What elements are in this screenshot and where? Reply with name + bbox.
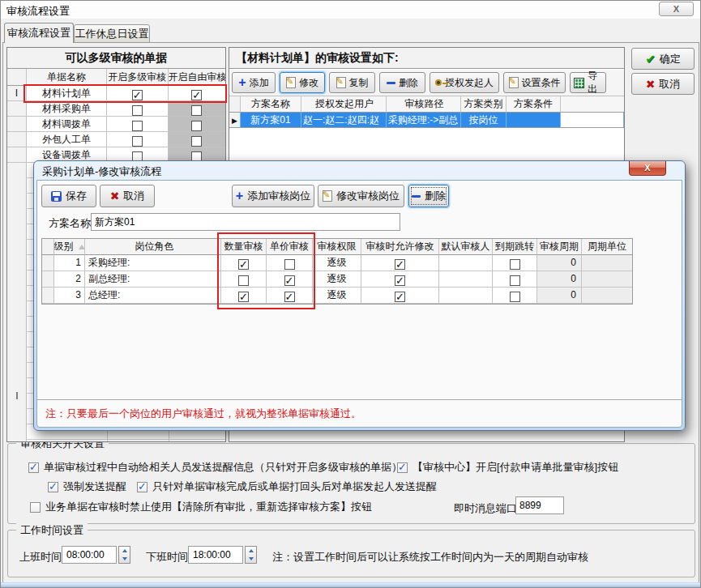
allow-modify-checkbox[interactable] (395, 292, 405, 302)
scheme-name-label: 方案名称 (49, 216, 91, 231)
expire-jump-checkbox[interactable] (510, 275, 520, 286)
delete-button[interactable]: 删除 (379, 72, 425, 93)
table-row[interactable]: I 材料计划单 (7, 86, 225, 101)
check-icon: ✔ (645, 52, 656, 66)
im-port-input[interactable] (515, 496, 564, 514)
dialog-body: 保存 ✖ 取消 + 添加审核岗位 修改审核岗位 删除 方案名称 (36, 180, 682, 428)
dialog-cancel-button[interactable]: ✖ 取消 (100, 185, 155, 207)
role[interactable]: 副总经理: (85, 271, 221, 288)
col-price-audit: 单价审核 (267, 239, 313, 255)
spin-up-icon[interactable] (249, 549, 254, 552)
table-row[interactable]: 材料采购单 (7, 101, 225, 117)
doc-name[interactable]: 材料计划单 (27, 86, 107, 101)
permission[interactable]: 逐级 (313, 255, 361, 271)
default-auditor[interactable] (439, 271, 493, 288)
delete-post-button[interactable]: 删除 (408, 185, 449, 207)
cancel-button[interactable]: ✖ 取消 (631, 73, 695, 95)
price-audit-checkbox[interactable] (284, 259, 295, 270)
permission[interactable]: 逐级 (313, 271, 361, 288)
role[interactable]: 采购经理: (85, 255, 221, 271)
default-auditor[interactable] (439, 255, 493, 271)
audit-center-checkbox[interactable] (397, 462, 408, 473)
price-cell (267, 271, 313, 288)
authorize-initiator-button[interactable]: 授权发起人 (430, 72, 499, 93)
scheme-condition[interactable] (507, 113, 561, 128)
cycle[interactable]: 0 (537, 288, 582, 304)
only-after-checkbox[interactable] (137, 482, 147, 492)
doc-name[interactable]: 材料采购单 (27, 101, 107, 117)
window-close-button[interactable]: X (659, 2, 694, 16)
tab-audit-flow-settings[interactable]: 审核流程设置 (4, 23, 74, 43)
auto-notify-checkbox[interactable] (28, 462, 39, 473)
doc-name[interactable]: 材料调拨单 (27, 117, 107, 132)
price-audit-checkbox[interactable] (284, 275, 295, 286)
multi-level-cell (107, 132, 168, 147)
save-button[interactable]: 保存 (41, 185, 96, 207)
expire-jump-cell (493, 288, 537, 304)
table-row[interactable]: 材料调拨单 (7, 117, 225, 132)
allow-modify-checkbox[interactable] (395, 275, 405, 286)
table-row[interactable]: 外包人工单 (7, 132, 225, 147)
forbid-clear-checkbox[interactable] (30, 502, 41, 513)
add-audit-post-button[interactable]: + 添加审核岗位 (232, 185, 314, 207)
copy-button[interactable]: 复制 (329, 72, 375, 93)
col-audit-path: 审核路径 (387, 96, 461, 113)
end-time-spinner[interactable] (245, 546, 257, 564)
end-time-input[interactable] (188, 546, 243, 564)
audit-post-row[interactable]: 1 采购经理: 逐级 0 (42, 255, 632, 271)
ok-button[interactable]: ✔ 确定 (631, 48, 695, 70)
doc-name[interactable]: 外包人工单 (27, 132, 107, 147)
multi-level-checkbox[interactable] (132, 136, 143, 147)
scheme-name-input[interactable] (91, 213, 400, 231)
expire-jump-checkbox[interactable] (510, 259, 520, 270)
modify-audit-post-button[interactable]: 修改审核岗位 (318, 185, 404, 207)
price-audit-checkbox[interactable] (284, 292, 295, 302)
start-time-input[interactable] (62, 546, 117, 564)
row-marker (7, 132, 27, 147)
cycle-unit[interactable] (582, 255, 632, 271)
role[interactable]: 总经理: (85, 288, 221, 304)
sort-asc-icon[interactable] (79, 245, 85, 249)
modify-button[interactable]: 修改 (280, 72, 325, 93)
multi-level-checkbox[interactable] (132, 105, 143, 116)
scheme-category[interactable]: 按岗位 (461, 113, 507, 128)
cycle-unit[interactable] (582, 271, 632, 288)
add-button[interactable]: + 添加 (232, 72, 276, 93)
multi-level-cell (107, 101, 168, 117)
export-button[interactable]: 导出 (570, 72, 606, 93)
multi-level-checkbox[interactable] (132, 121, 143, 131)
force-notify-checkbox[interactable] (48, 482, 58, 492)
cycle[interactable]: 0 (537, 255, 582, 271)
scheme-row-selected[interactable]: ▶ 新方案01 赵一:赵二:赵四:赵 采购经理:->副总 按岗位 (229, 113, 624, 128)
start-time-spinner[interactable] (118, 546, 130, 564)
expire-jump-checkbox[interactable] (510, 292, 520, 302)
cycle-unit[interactable] (582, 288, 632, 304)
spin-down-icon[interactable] (249, 557, 254, 560)
free-audit-checkbox[interactable] (191, 136, 202, 147)
audit-post-row[interactable]: 2 副总经理: 逐级 0 (42, 271, 632, 288)
cycle[interactable]: 0 (537, 271, 582, 288)
set-condition-button[interactable]: 设置条件 (503, 72, 566, 93)
free-audit-checkbox[interactable] (191, 90, 202, 100)
free-audit-checkbox[interactable] (191, 121, 202, 131)
scheme-path[interactable]: 采购经理:->副总 (387, 113, 461, 128)
spin-down-icon[interactable] (122, 557, 127, 560)
level[interactable]: 1 (54, 255, 85, 271)
qty-audit-checkbox[interactable] (238, 292, 249, 302)
permission[interactable]: 逐级 (313, 288, 361, 304)
multi-level-checkbox[interactable] (132, 90, 143, 100)
scheme-name[interactable]: 新方案01 (241, 113, 301, 128)
tab-rest-day-settings[interactable]: 工作休息日设置 (74, 24, 150, 43)
free-audit-checkbox[interactable] (191, 105, 202, 116)
level[interactable]: 2 (54, 271, 85, 288)
spin-up-icon[interactable] (122, 549, 127, 552)
allow-modify-checkbox[interactable] (395, 259, 405, 270)
qty-audit-checkbox[interactable] (238, 259, 249, 270)
qty-audit-checkbox[interactable] (238, 275, 249, 286)
add-label: 添加 (250, 76, 269, 90)
audit-post-row[interactable]: 3 总经理: 逐级 0 (42, 288, 632, 304)
dialog-close-button[interactable]: X (629, 161, 666, 176)
default-auditor[interactable] (439, 288, 493, 304)
scheme-users[interactable]: 赵一:赵二:赵四:赵 (301, 113, 387, 128)
level[interactable]: 3 (54, 288, 85, 304)
